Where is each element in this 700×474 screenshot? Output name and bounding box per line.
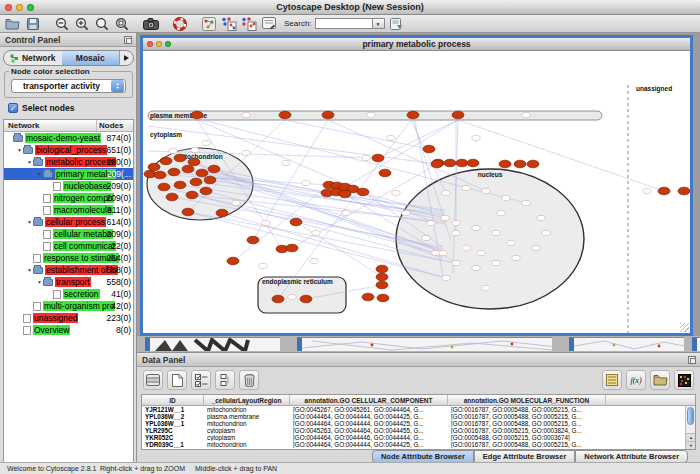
- tab-mosaic[interactable]: Mosaic: [62, 51, 120, 65]
- network-node[interactable]: [286, 244, 298, 252]
- network-node[interactable]: [247, 236, 259, 244]
- network-node-small[interactable]: [452, 230, 460, 235]
- network-node[interactable]: [407, 111, 419, 119]
- heatmap-icon[interactable]: [674, 370, 694, 390]
- tree-row[interactable]: ▼transport558(0): [4, 276, 133, 288]
- column-header[interactable]: annotation.GO MOLECULAR_FUNCTION: [448, 395, 606, 405]
- network-node[interactable]: [196, 169, 208, 177]
- tree-row[interactable]: unassigned223(0): [4, 312, 133, 324]
- network-node-small[interactable]: [522, 200, 530, 205]
- formula-builder-icon[interactable]: f(x): [626, 370, 646, 390]
- zoom-out-icon[interactable]: [53, 16, 70, 31]
- tree-row[interactable]: ▼metabolic process280(0): [4, 156, 133, 168]
- tree-row[interactable]: mosaic-demo-yeast874(0): [4, 132, 133, 144]
- network-node-small[interactable]: [472, 135, 480, 140]
- table-row[interactable]: YDR039C__1mitochondrion[GO:0044464, GO:0…: [142, 441, 695, 448]
- network-node[interactable]: [658, 187, 670, 195]
- select-nodes-checkbox[interactable]: ✓: [8, 103, 18, 113]
- tree-row[interactable]: ▼cellular process614(0): [4, 216, 133, 228]
- network-node[interactable]: [514, 160, 526, 168]
- table-row[interactable]: YKR052Ccytoplasm[GO:0044464, GO:0044446,…: [142, 434, 695, 441]
- network-node[interactable]: [376, 281, 388, 289]
- network-node[interactable]: [527, 160, 539, 168]
- network-node[interactable]: [678, 187, 690, 195]
- zoom-fit-icon[interactable]: [93, 16, 110, 31]
- tree-row[interactable]: ▼primary metabo209(...: [4, 168, 133, 180]
- network-node-small[interactable]: [232, 200, 240, 205]
- network-node[interactable]: [279, 111, 291, 119]
- table-scrollbar[interactable]: ▲ ▼: [685, 406, 695, 449]
- tree-row[interactable]: Overview8(0): [4, 324, 133, 336]
- table-row[interactable]: YPL036W__1mitochondrion[GO:0044464, GO:0…: [142, 420, 695, 427]
- network-node-small[interactable]: [387, 135, 395, 140]
- network-node[interactable]: [204, 176, 216, 184]
- network-node[interactable]: [190, 178, 202, 186]
- network-node[interactable]: [322, 111, 334, 119]
- unified-view-icon[interactable]: [215, 370, 235, 390]
- network-node[interactable]: [182, 165, 194, 173]
- network-node-small[interactable]: [472, 225, 480, 230]
- network-node[interactable]: [154, 171, 166, 179]
- save-icon[interactable]: [24, 16, 41, 31]
- table-row[interactable]: YLR295Ccytoplasm[GO:0045263, GO:0044464,…: [142, 427, 695, 434]
- network-node[interactable]: [499, 160, 511, 168]
- network-node-small[interactable]: [482, 285, 490, 290]
- network-node-small[interactable]: [472, 265, 480, 270]
- network-node-small[interactable]: [367, 112, 375, 117]
- network-node-small[interactable]: [452, 220, 460, 225]
- tab-scroll-right-button[interactable]: [119, 51, 133, 65]
- scrollbar-thumb[interactable]: [687, 407, 694, 425]
- network-node[interactable]: [431, 160, 443, 168]
- network-node-small[interactable]: [342, 210, 350, 215]
- zoom-selected-icon[interactable]: [113, 16, 130, 31]
- tree-row[interactable]: nucleobase-209(0): [4, 180, 133, 192]
- table-row[interactable]: YPL036W__2plasma membrane[GO:0044464, GO…: [142, 413, 695, 420]
- network-node-small[interactable]: [282, 160, 290, 165]
- network-node-small[interactable]: [288, 294, 296, 299]
- network-node-small[interactable]: [427, 220, 435, 225]
- network-node-small[interactable]: [537, 215, 545, 220]
- network-node[interactable]: [377, 294, 389, 302]
- background-window[interactable]: [145, 337, 280, 351]
- tree-row[interactable]: nitrogen compo209(0): [4, 192, 133, 204]
- table-row[interactable]: YJR121W__1mitochondrion[GO:0045267, GO:0…: [142, 406, 695, 413]
- new-attribute-icon[interactable]: [167, 370, 187, 390]
- network-node-small[interactable]: [441, 215, 449, 220]
- network-node[interactable]: [174, 181, 186, 189]
- node-color-dropdown[interactable]: transporter activity ▲▼: [11, 79, 126, 93]
- network-node[interactable]: [182, 208, 194, 216]
- layout-edges-icon[interactable]: [240, 16, 257, 31]
- network-node[interactable]: [444, 159, 456, 167]
- scroll-down-icon[interactable]: ▼: [686, 441, 696, 449]
- network-node-small[interactable]: [532, 245, 540, 250]
- network-node-small[interactable]: [452, 260, 460, 265]
- network-node[interactable]: [272, 295, 284, 303]
- annotation-pad-icon[interactable]: [260, 16, 277, 31]
- help-lifesaver-icon[interactable]: [171, 16, 188, 31]
- network-node-small[interactable]: [242, 112, 250, 117]
- network-node-small[interactable]: [462, 185, 470, 190]
- network-node-small[interactable]: [422, 235, 430, 240]
- network-node-small[interactable]: [442, 190, 450, 195]
- network-node-small[interactable]: [442, 275, 450, 280]
- tree-row[interactable]: ▼biological_process651(0): [4, 144, 133, 156]
- scroll-up-icon[interactable]: ▲: [686, 433, 696, 441]
- tree-row[interactable]: secretion41(0): [4, 288, 133, 300]
- network-node-small[interactable]: [477, 250, 485, 255]
- network-node[interactable]: [148, 163, 160, 171]
- column-header[interactable]: ID: [142, 395, 204, 405]
- network-node[interactable]: [186, 191, 198, 199]
- attribute-batch-icon[interactable]: [602, 370, 622, 390]
- network-node-small[interactable]: [542, 230, 550, 235]
- vizmapper-icon[interactable]: [200, 16, 217, 31]
- network-node[interactable]: [160, 157, 172, 165]
- select-attributes-icon[interactable]: [191, 370, 211, 390]
- delete-attribute-icon[interactable]: [239, 370, 259, 390]
- network-node-small[interactable]: [242, 150, 250, 155]
- network-canvas[interactable]: plasma membrane cytoplasm mitochondrion …: [143, 51, 690, 333]
- tree-row[interactable]: multi-organism pro42(0): [4, 300, 133, 312]
- network-node[interactable]: [376, 265, 388, 273]
- network-node-small[interactable]: [439, 250, 447, 255]
- network-node[interactable]: [227, 257, 239, 265]
- network-node-small[interactable]: [259, 263, 267, 268]
